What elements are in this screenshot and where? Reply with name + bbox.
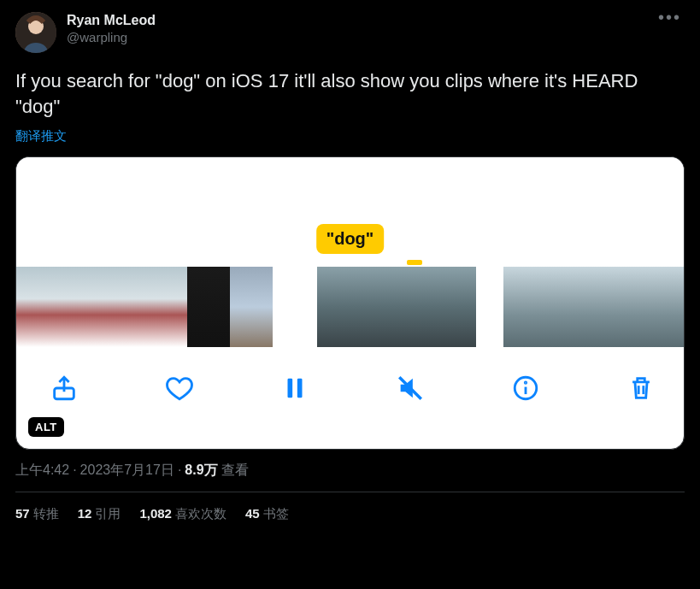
clip-group-2 <box>317 267 476 347</box>
svg-rect-4 <box>297 379 303 398</box>
clip-frame <box>230 267 273 347</box>
alt-badge[interactable]: ALT <box>28 417 64 437</box>
clip-frame <box>102 267 144 347</box>
tweet-container: Ryan McLeod @warpling ••• If you search … <box>0 0 700 522</box>
timeline-marker <box>407 260 422 265</box>
heart-icon[interactable] <box>162 371 197 405</box>
svg-rect-3 <box>288 379 293 398</box>
tweet-text: If you search for "dog" on iOS 17 it'll … <box>15 68 685 120</box>
stat-retweets[interactable]: 57转推 <box>15 506 59 522</box>
views-label: 查看 <box>221 462 249 477</box>
clip-frame <box>503 267 546 347</box>
translate-link[interactable]: 翻译推文 <box>15 128 67 144</box>
more-icon[interactable]: ••• <box>655 12 685 22</box>
trash-icon[interactable] <box>624 371 658 405</box>
clip-frame <box>589 267 632 347</box>
clip-frame <box>144 267 187 347</box>
media-preview-top: "dog" <box>16 157 684 267</box>
timestamp-date: 2023年7月17日 <box>80 462 174 477</box>
clip-frame <box>546 267 589 347</box>
clip-frame <box>674 267 684 347</box>
views-count: 8.9万 <box>185 462 217 477</box>
tweet-stats: 57转推 12引用 1,082喜欢次数 45书签 <box>15 492 685 522</box>
clip-frame <box>317 267 370 347</box>
display-name: Ryan McLeod <box>67 12 655 29</box>
handle: @warpling <box>67 29 655 46</box>
clip-frame <box>370 267 423 347</box>
share-icon[interactable] <box>47 371 81 405</box>
author-block[interactable]: Ryan McLeod @warpling <box>67 12 655 46</box>
clip-group-1 <box>16 267 273 347</box>
pause-icon[interactable] <box>278 371 312 405</box>
clip-frame <box>423 267 476 347</box>
clip-frame <box>16 267 59 347</box>
clip-frame <box>187 267 230 347</box>
svg-point-8 <box>525 382 526 383</box>
stat-likes[interactable]: 1,082喜欢次数 <box>139 506 226 522</box>
clip-frame <box>632 267 674 347</box>
stat-bookmarks[interactable]: 45书签 <box>245 506 289 522</box>
timestamp-time: 上午4:42 <box>15 462 69 477</box>
search-tag-label: "dog" <box>316 224 385 254</box>
media-toolbar <box>16 347 684 429</box>
stat-quotes[interactable]: 12引用 <box>78 506 121 522</box>
clip-frame <box>59 267 102 347</box>
video-timeline[interactable] <box>16 267 684 347</box>
tweet-meta[interactable]: 上午4:42·2023年7月17日·8.9万 查看 <box>15 462 685 480</box>
mute-icon[interactable] <box>393 371 427 405</box>
media-card[interactable]: "dog" <box>15 156 685 450</box>
tweet-header: Ryan McLeod @warpling ••• <box>15 12 685 53</box>
avatar[interactable] <box>15 12 56 53</box>
clip-group-3 <box>503 267 684 347</box>
info-icon[interactable] <box>509 371 543 405</box>
